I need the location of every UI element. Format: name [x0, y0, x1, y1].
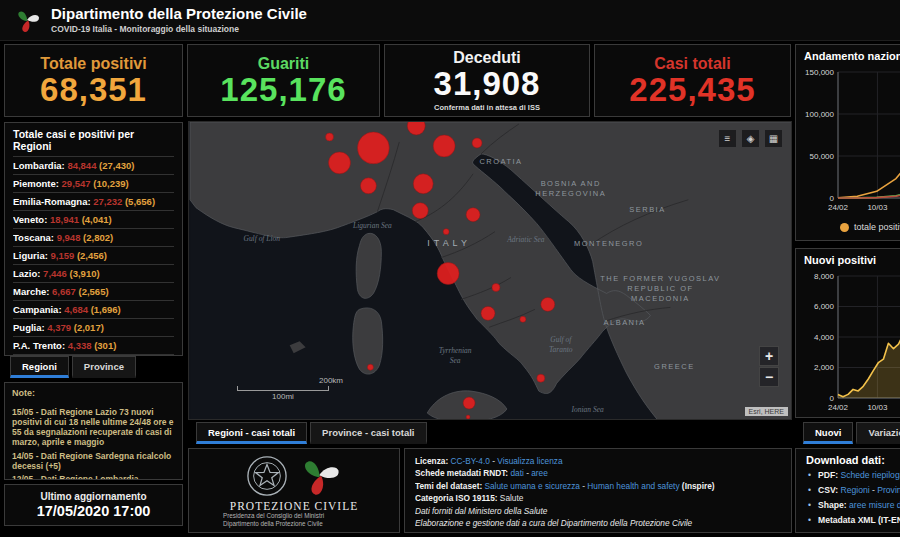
region-row-veneto[interactable]: Veneto: 18,941 (4,041) [13, 210, 174, 228]
regions-totals-panel: Totale casi e positivi per Regioni Lomba… [4, 122, 183, 356]
overview-icon[interactable]: ▦ [764, 129, 783, 148]
app-header: Dipartimento della Protezione Civile COV… [0, 0, 900, 41]
link-regioni[interactable]: Regioni [840, 485, 869, 495]
notes-title: Note: [12, 388, 175, 399]
text-segment: Dati forniti dal Ministero della Salute [415, 506, 547, 516]
footer-logo-panel: PROTEZIONE CIVILE Presidenza del Consigl… [188, 448, 400, 533]
map-zoom-controls: + − [759, 346, 779, 387]
region-row-marche[interactable]: Marche: 6,667 (2,565) [13, 282, 174, 300]
national-trend-chart[interactable]: 050,000100,000150,00024/0210/03 [804, 66, 900, 218]
region-row-lazio[interactable]: Lazio: 7,446 (3,910) [13, 264, 174, 282]
country-label: SERBIA [629, 205, 665, 214]
link-salute-umana-e-sicurezza[interactable]: Salute umana e sicurezza [484, 481, 579, 491]
region-row-puglia[interactable]: Puglia: 4,379 (2,017) [13, 318, 174, 336]
link-cc-by-4-0[interactable]: CC-BY-4.0 [451, 456, 490, 466]
italy-emblem-icon [246, 455, 288, 497]
right-tab-variazione[interactable]: Variazione [856, 422, 900, 444]
left-tab-regioni[interactable]: Regioni [10, 356, 69, 378]
svg-text:4,000: 4,000 [814, 333, 835, 342]
sea-label: Gulf of [550, 335, 572, 344]
case-bubble-emilia-romagna[interactable] [413, 174, 433, 194]
svg-text:6,000: 6,000 [814, 302, 835, 311]
italy-map[interactable]: Gulf of LionLigurian SeaAdriatic SeaTyrr… [188, 121, 792, 420]
case-bubble-campania[interactable] [481, 306, 495, 320]
link-province[interactable]: Province [877, 485, 900, 495]
stat-label: Casi totali [595, 55, 790, 73]
zoom-in-button[interactable]: + [759, 346, 779, 366]
map-tab-province-casi-totali[interactable]: Province - casi totali [310, 422, 426, 444]
map-tab-regioni-casi-totali[interactable]: Regioni - casi totali [196, 422, 307, 444]
link-dati[interactable]: dati [510, 468, 523, 478]
sea-label: Taranto [549, 345, 573, 354]
country-label: MONTENEGRO [574, 239, 643, 248]
svg-text:50,000: 50,000 [810, 152, 835, 161]
trend-legend: totale positivi [840, 222, 900, 232]
legend-label-totale-positivi: totale positivi [854, 222, 900, 232]
right-tab-nuovi[interactable]: Nuovi [803, 422, 853, 444]
map-attribution[interactable]: Esri, HERE [745, 407, 788, 416]
svg-text:100,000: 100,000 [805, 110, 834, 119]
region-row-piemonte[interactable]: Piemonte: 29,547 (10,239) [13, 174, 174, 192]
case-bubble-umbria[interactable] [443, 229, 449, 235]
region-row-p-a-trento[interactable]: P.A. Trento: 4,338 (301) [13, 336, 174, 354]
basemap-icon[interactable]: ◈ [741, 129, 760, 148]
svg-text:10/03: 10/03 [867, 203, 888, 212]
case-bubble-molise[interactable] [520, 316, 526, 322]
scale-km: 200km [237, 376, 343, 385]
case-bubble-friuli-venezia-giulia[interactable] [472, 138, 482, 148]
dashboard-root: { "header": { "title": "Dipartimento del… [0, 0, 900, 537]
region-row-liguria[interactable]: Liguria: 9,159 (2,456) [13, 246, 174, 264]
case-bubble-sicilia[interactable] [463, 397, 475, 409]
case-bubble-sardegna[interactable] [367, 364, 373, 370]
case-bubble-toscana[interactable] [412, 203, 428, 219]
region-row-toscana[interactable]: Toscana: 9,948 (2,802) [13, 228, 174, 246]
case-bubble-valle-d-aosta[interactable] [326, 133, 334, 141]
link-schede-riepilogative[interactable]: Schede riepilogative [840, 470, 900, 480]
text-line: Metadata XML (IT-EN): dati [806, 513, 900, 528]
case-bubble-sicilia[interactable] [466, 415, 470, 419]
case-bubble-lombardia[interactable] [357, 132, 389, 164]
text-line: Schede metadati RNDT: dati - aree [415, 467, 781, 479]
case-bubble-calabria[interactable] [537, 374, 545, 382]
link-visualizza-licenza[interactable]: Visualizza licenza [497, 456, 562, 466]
svg-text:0: 0 [830, 194, 835, 203]
case-bubble-piemonte[interactable] [329, 152, 351, 174]
stat-value: 225,435 [595, 73, 790, 107]
note-entry: 15/05 - Dati Regione Lazio 73 nuovi posi… [12, 407, 175, 448]
stat-totale-positivi: Totale positivi68,351 [4, 44, 183, 117]
region-row-lombardia[interactable]: Lombardia: 84,844 (27,430) [13, 156, 174, 174]
case-bubble-liguria[interactable] [360, 178, 376, 194]
svg-text:150,000: 150,000 [805, 68, 834, 77]
case-bubble-veneto[interactable] [433, 135, 455, 157]
legend-icon[interactable]: ≡ [718, 129, 737, 148]
text-segment: PDF: [818, 470, 840, 480]
national-trend-title: Andamento nazionale [804, 50, 900, 62]
link-aree[interactable]: aree [531, 468, 548, 478]
link-human-health-and-safety[interactable]: Human health and safety [587, 481, 679, 491]
case-bubble-marche[interactable] [466, 208, 480, 222]
country-label: CROATIA [479, 157, 522, 166]
stat-casi-totali: Casi totali225,435 [594, 44, 791, 117]
download-panel: Download dati: PDF: Schede riepilogative… [795, 448, 900, 533]
text-segment: Schede metadati RNDT: [415, 468, 510, 478]
text-line: Licenza: CC-BY-4.0 - Visualizza licenza [415, 455, 781, 467]
legend-dot-totale-positivi [840, 223, 849, 232]
link-aree-misure-di-contenimento[interactable]: aree misure di contenimento [849, 500, 900, 510]
new-positives-chart[interactable]: 02,0004,0006,0008,00024/0210/03 [804, 270, 900, 418]
region-row-campania[interactable]: Campania: 4,684 (1,696) [13, 300, 174, 318]
stat-value: 31,908 [385, 67, 589, 101]
sea-label: Sea [450, 356, 461, 365]
protezione-civile-logo-icon [14, 7, 41, 34]
left-tab-province[interactable]: Province [72, 356, 136, 378]
case-bubble-puglia[interactable] [541, 297, 555, 311]
region-row-emilia-romagna[interactable]: Emilia-Romagna: 27,232 (5,656) [13, 192, 174, 210]
text-line: Shape: aree misure di contenimento [806, 498, 900, 513]
case-bubble-lazio[interactable] [437, 263, 459, 285]
country-label: ALBANIA [604, 318, 646, 327]
zoom-out-button[interactable]: − [759, 367, 779, 387]
sea-label: Gulf of Lion [244, 234, 281, 243]
case-bubble-abruzzo[interactable] [492, 283, 500, 291]
country-label-italy: ITALY [427, 238, 471, 248]
svg-text:8,000: 8,000 [814, 272, 835, 281]
text-segment: Licenza: [415, 456, 451, 466]
